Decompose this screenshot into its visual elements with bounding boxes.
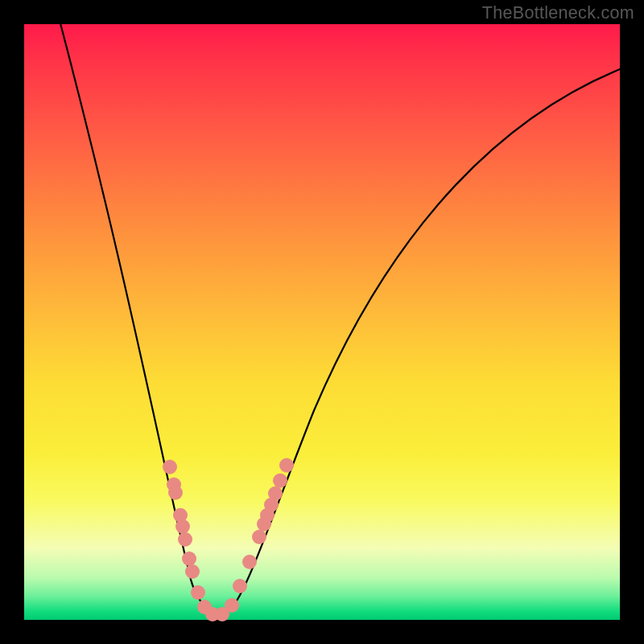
data-dot <box>225 598 239 613</box>
data-dot <box>268 486 283 501</box>
data-dot <box>178 532 192 547</box>
data-dot <box>279 458 294 473</box>
data-dot <box>191 585 205 600</box>
data-dot <box>242 555 257 569</box>
data-dot <box>185 564 200 579</box>
data-dot <box>182 551 196 566</box>
data-dot <box>252 530 266 544</box>
chart-svg <box>24 24 620 620</box>
data-dot <box>163 460 177 474</box>
chart-frame <box>24 24 620 620</box>
data-dot <box>233 579 247 593</box>
bottleneck-curve <box>56 8 628 613</box>
data-dots <box>163 458 294 621</box>
data-dot <box>175 519 190 534</box>
data-dot <box>168 485 183 500</box>
watermark-text: TheBottleneck.com <box>482 3 634 23</box>
data-dot <box>273 473 287 488</box>
